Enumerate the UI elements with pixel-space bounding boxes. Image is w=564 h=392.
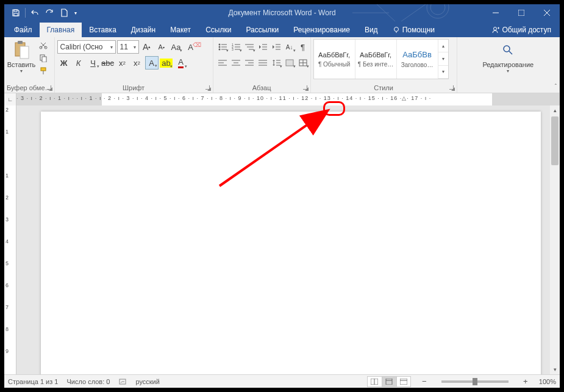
tab-view[interactable]: Вид [357, 23, 385, 37]
style-normal[interactable]: АаБбВвГг, ¶ Обычный [314, 40, 355, 79]
styles-row-up[interactable]: ▴ [438, 40, 448, 52]
svg-rect-18 [41, 68, 46, 71]
format-painter-button[interactable] [37, 65, 49, 77]
close-button[interactable] [534, 4, 560, 21]
tab-references[interactable]: Ссылки [198, 23, 238, 37]
editing-button[interactable]: Редактирование ▾ [477, 39, 538, 74]
increase-indent-button[interactable] [270, 40, 283, 54]
show-marks-button[interactable]: ¶ [296, 40, 310, 54]
styles-row-down[interactable]: ▾ [438, 52, 448, 65]
zoom-in[interactable]: + [521, 377, 530, 387]
paragraph-launcher[interactable] [302, 84, 309, 91]
font-name-combo[interactable]: Calibri (Осно▾ [57, 40, 116, 54]
styles-launcher[interactable] [448, 84, 455, 91]
tab-insert[interactable]: Вставка [82, 23, 124, 37]
text-effects-button[interactable]: A [145, 56, 159, 69]
undo-button[interactable] [28, 6, 41, 20]
underline-button[interactable]: Ч [87, 56, 100, 69]
copy-button[interactable] [37, 52, 49, 64]
group-label-paragraph: Абзац [216, 83, 308, 93]
tab-design[interactable]: Дизайн [124, 23, 163, 37]
paste-button[interactable]: Вставить ▾ [7, 39, 36, 74]
new-doc-button[interactable] [57, 6, 71, 20]
borders-button[interactable] [296, 56, 310, 69]
scroll-up[interactable]: ▴ [550, 105, 560, 115]
group-clipboard: Вставить ▾ Буфер обме… [4, 37, 55, 93]
group-editing: Редактирование ▾ ˆ [457, 37, 560, 93]
highlight-button[interactable]: ab [160, 56, 173, 69]
italic-button[interactable]: К [72, 56, 85, 69]
title-bar: ▾ Документ Microsoft Word - Word [4, 4, 560, 21]
multilevel-button[interactable] [243, 40, 256, 54]
tab-review[interactable]: Рецензирование [286, 23, 357, 37]
bold-button[interactable]: Ж [57, 56, 71, 69]
shrink-font-button[interactable]: A▾ [155, 40, 168, 54]
view-web-layout[interactable] [396, 376, 411, 387]
svg-point-2 [427, 4, 449, 18]
status-language[interactable]: русский [135, 378, 159, 385]
group-label-styles: Стили [313, 83, 454, 93]
superscript-button[interactable]: x2 [130, 56, 144, 69]
shading-button[interactable] [283, 56, 296, 69]
zoom-out[interactable]: − [419, 377, 429, 387]
svg-rect-5 [518, 10, 524, 16]
styles-expand[interactable]: ▾ [438, 66, 448, 79]
lightbulb-icon [393, 26, 400, 34]
align-center-button[interactable] [229, 56, 243, 69]
redo-button[interactable] [43, 6, 56, 20]
zoom-slider[interactable] [441, 380, 509, 383]
horizontal-ruler[interactable]: · 3 · ı · 2 · ı · 1 · ı · · ı · 1 · ı · … [16, 93, 560, 105]
clipboard-launcher[interactable] [46, 84, 53, 91]
document-page[interactable] [41, 112, 541, 374]
vertical-ruler[interactable]: 2 1 1 2 3 4 5 6 7 8 9 [4, 105, 16, 374]
bullets-button[interactable] [216, 40, 229, 54]
font-size-combo[interactable]: 11▾ [117, 40, 139, 54]
tab-share[interactable]: Общий доступ [484, 23, 560, 37]
view-read-mode[interactable] [367, 376, 382, 387]
tab-file[interactable]: Файл [7, 23, 40, 37]
maximize-button[interactable] [509, 4, 534, 21]
justify-button[interactable] [256, 56, 270, 69]
scroll-thumb[interactable] [551, 116, 559, 165]
minimize-button[interactable] [483, 4, 509, 21]
tab-layout[interactable]: Макет [163, 23, 198, 37]
svg-rect-17 [42, 57, 46, 62]
sort-button[interactable]: A↓ [283, 40, 296, 54]
qat-customize[interactable]: ▾ [72, 6, 79, 20]
tab-mailings[interactable]: Рассылки [238, 23, 286, 37]
svg-rect-13 [20, 46, 29, 59]
tab-selector[interactable]: ∟ [4, 93, 16, 105]
line-spacing-button[interactable] [270, 56, 283, 69]
tab-tell-me[interactable]: Помощни [385, 23, 442, 37]
status-page[interactable]: Страница 1 из 1 [8, 378, 58, 385]
styles-gallery: АаБбВвГг, ¶ Обычный АаБбВвГг, ¶ Без инте… [313, 39, 449, 79]
status-words[interactable]: Число слов: 0 [66, 378, 110, 385]
window-title: Документ Microsoft Word - Word [228, 9, 335, 17]
style-no-spacing[interactable]: АаБбВвГг, ¶ Без инте… [355, 40, 397, 79]
zoom-level[interactable]: 100% [539, 378, 556, 385]
tab-home[interactable]: Главная [40, 23, 82, 37]
font-color-button[interactable]: A [174, 56, 188, 69]
align-right-button[interactable] [243, 56, 256, 69]
cut-button[interactable] [37, 39, 49, 51]
group-font: Calibri (Осно▾ 11▾ A▴ A▾ Aa A⌫ Ж К Ч abc… [55, 37, 213, 93]
subscript-button[interactable]: x2 [116, 56, 129, 69]
save-button[interactable] [9, 6, 23, 20]
grow-font-button[interactable]: A▴ [140, 40, 154, 54]
vertical-scrollbar[interactable]: ▴ ▾ [550, 105, 560, 374]
strike-button[interactable]: abc [101, 56, 115, 69]
change-case-button[interactable]: Aa [170, 40, 183, 54]
collapse-ribbon[interactable]: ˆ [555, 84, 557, 90]
share-icon [491, 26, 499, 34]
decrease-indent-button[interactable] [256, 40, 270, 54]
view-print-layout[interactable] [382, 376, 396, 387]
scroll-down[interactable]: ▾ [550, 365, 560, 374]
style-heading1[interactable]: АаБбВв Заголово… [397, 40, 438, 79]
view-buttons [367, 376, 411, 387]
font-launcher[interactable] [204, 84, 212, 91]
numbering-button[interactable]: 123 [229, 40, 243, 54]
align-left-button[interactable] [216, 56, 229, 69]
status-proofing-icon[interactable] [118, 377, 127, 386]
svg-text:3: 3 [232, 48, 234, 51]
clear-format-button[interactable]: A⌫ [184, 40, 198, 54]
